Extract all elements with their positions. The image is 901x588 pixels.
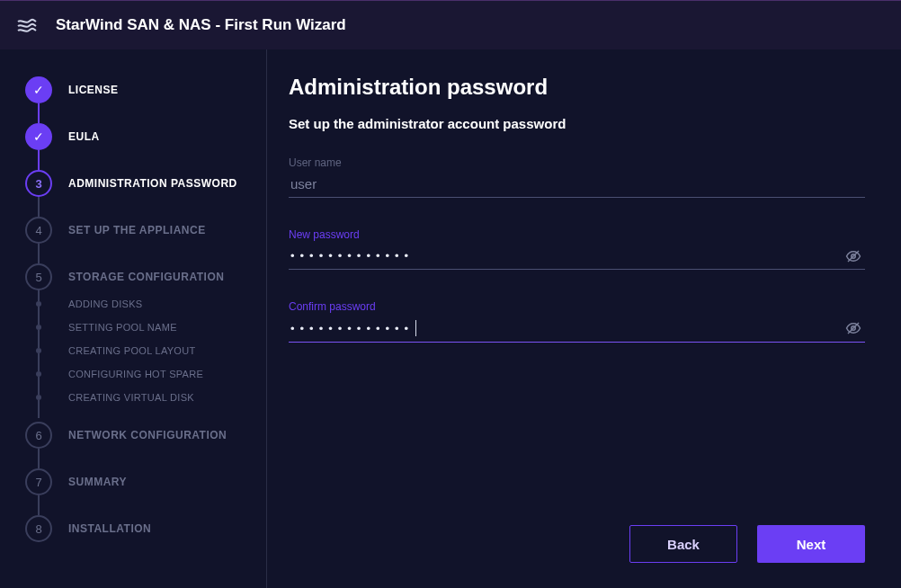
step-label: STORAGE CONFIGURATION: [68, 271, 224, 283]
step-setup-appliance: 4 SET UP THE APPLIANCE: [25, 217, 248, 244]
step-installation: 8 INSTALLATION: [25, 515, 248, 542]
storage-substeps: ADDING DISKS SETTING POOL NAME CREATING …: [25, 292, 248, 409]
wizard-stepper: ✓ LICENSE ✓ EULA 3 ADMINISTRATION PASSWO…: [0, 49, 266, 588]
step-label: SET UP THE APPLIANCE: [68, 224, 206, 236]
back-button[interactable]: Back: [629, 525, 737, 563]
step-label: INSTALLATION: [68, 522, 151, 535]
check-icon: ✓: [25, 76, 52, 103]
step-number: 5: [25, 263, 52, 290]
toggle-password-visibility-icon[interactable]: [843, 318, 863, 338]
next-button[interactable]: Next: [757, 525, 865, 563]
text-caret: [415, 320, 416, 336]
confirm-password-value[interactable]: •••••••••••••: [290, 322, 414, 335]
username-label: User name: [289, 156, 865, 169]
step-label: ADMINISTRATION PASSWORD: [68, 177, 237, 190]
new-password-field[interactable]: New password •••••••••••••: [289, 228, 865, 270]
check-icon: ✓: [25, 123, 52, 150]
substep-adding-disks: ADDING DISKS: [25, 292, 248, 316]
step-eula[interactable]: ✓ EULA: [25, 123, 248, 150]
username-value: user: [290, 176, 317, 192]
step-number: 8: [25, 515, 52, 542]
step-license[interactable]: ✓ LICENSE: [25, 76, 248, 103]
substep-setting-pool-name: SETTING POOL NAME: [25, 316, 248, 339]
step-storage-configuration: 5 STORAGE CONFIGURATION: [25, 263, 248, 290]
app-title: StarWind SAN & NAS - First Run Wizard: [56, 16, 346, 34]
step-number: 6: [25, 422, 52, 449]
page-subtitle: Set up the administrator account passwor…: [289, 116, 865, 131]
step-label: EULA: [68, 130, 100, 143]
step-label: NETWORK CONFIGURATION: [68, 429, 227, 441]
username-field: User name user: [289, 156, 865, 198]
substep-configuring-hot-spare: CONFIGURING HOT SPARE: [25, 362, 248, 386]
step-summary: 7 SUMMARY: [25, 468, 248, 495]
step-number: 4: [25, 217, 52, 244]
wizard-page: Administration password Set up the admin…: [266, 49, 901, 588]
toggle-password-visibility-icon[interactable]: [843, 246, 863, 266]
app-logo-icon: [16, 14, 38, 36]
wizard-footer: Back Next: [289, 525, 865, 566]
confirm-password-field[interactable]: Confirm password •••••••••••••: [289, 300, 865, 343]
step-number: 3: [25, 170, 52, 197]
substep-creating-virtual-disk: CREATING VIRTUAL DISK: [25, 386, 248, 409]
confirm-password-label: Confirm password: [289, 300, 865, 313]
step-label: LICENSE: [68, 84, 119, 96]
step-administration-password[interactable]: 3 ADMINISTRATION PASSWORD: [25, 170, 248, 197]
step-label: SUMMARY: [68, 476, 127, 488]
new-password-value[interactable]: •••••••••••••: [290, 249, 414, 263]
new-password-label: New password: [289, 228, 865, 241]
step-number: 7: [25, 468, 52, 495]
substep-creating-pool-layout: CREATING POOL LAYOUT: [25, 339, 248, 362]
page-title: Administration password: [289, 75, 865, 100]
app-header: StarWind SAN & NAS - First Run Wizard: [0, 0, 901, 49]
step-network-configuration: 6 NETWORK CONFIGURATION: [25, 422, 248, 449]
